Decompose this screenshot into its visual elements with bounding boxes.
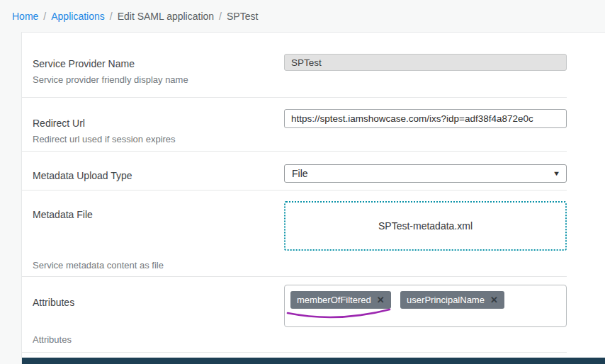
breadcrumb-item-edit-saml-application: Edit SAML application [118,11,214,22]
dark-section-top [22,358,605,364]
attribute-chip-label: userPrincipalName [407,295,485,305]
close-icon[interactable]: ✕ [377,295,385,305]
attributes-input[interactable]: memberOfFiltered ✕ userPrincipalName ✕ [284,285,567,327]
edit-saml-application-form: Service Provider Name Service provider f… [21,32,605,364]
redirect-url-helper: Redirect url used if session expires [33,134,284,144]
metadata-upload-type-value: File [292,168,308,179]
service-provider-name-input[interactable] [284,54,567,71]
redirect-url-input[interactable] [284,109,567,128]
service-provider-name-helper: Service provider friendly display name [33,74,284,85]
service-provider-name-label: Service Provider Name [33,58,284,69]
breadcrumb-link-home[interactable]: Home [12,11,38,22]
service-provider-name-row: Service Provider Name Service provider f… [22,33,605,97]
breadcrumb-separator: / [110,11,113,22]
metadata-file-row: Metadata File Service metadata content a… [22,190,605,276]
metadata-file-helper: Service metadata content as file [33,260,284,271]
metadata-upload-type-label: Metadata Upload Type [33,170,284,181]
redirect-url-label: Redirect Url [33,118,284,129]
metadata-file-dropzone[interactable]: SPTest-metadata.xml [284,201,567,251]
bottom-gap [22,353,605,358]
breadcrumb-separator: / [219,11,222,22]
attributes-label: Attributes [33,297,284,308]
chevron-down-icon: ▼ [553,170,560,177]
attribute-chip-label: memberOfFiltered [297,295,371,305]
breadcrumb-separator: / [43,11,46,22]
breadcrumb: Home / Applications / Edit SAML applicat… [0,0,605,32]
attribute-chip[interactable]: userPrincipalName ✕ [400,291,504,309]
attributes-helper: Attributes [33,334,284,345]
purple-underline-annotation [285,307,392,324]
metadata-upload-type-row: Metadata Upload Type File ▼ [22,152,605,190]
metadata-upload-type-select[interactable]: File ▼ [284,164,567,183]
redirect-url-row: Redirect Url Redirect url used if sessio… [22,98,605,151]
attribute-chip[interactable]: memberOfFiltered ✕ [290,291,391,309]
attributes-row: Attributes Attributes memberOfFiltered ✕… [22,277,605,352]
breadcrumb-item-sptest: SPTest [227,11,258,22]
close-icon[interactable]: ✕ [490,295,498,305]
metadata-file-label: Metadata File [33,209,284,220]
breadcrumb-link-applications[interactable]: Applications [51,11,105,22]
metadata-file-name: SPTest-metadata.xml [378,220,473,232]
